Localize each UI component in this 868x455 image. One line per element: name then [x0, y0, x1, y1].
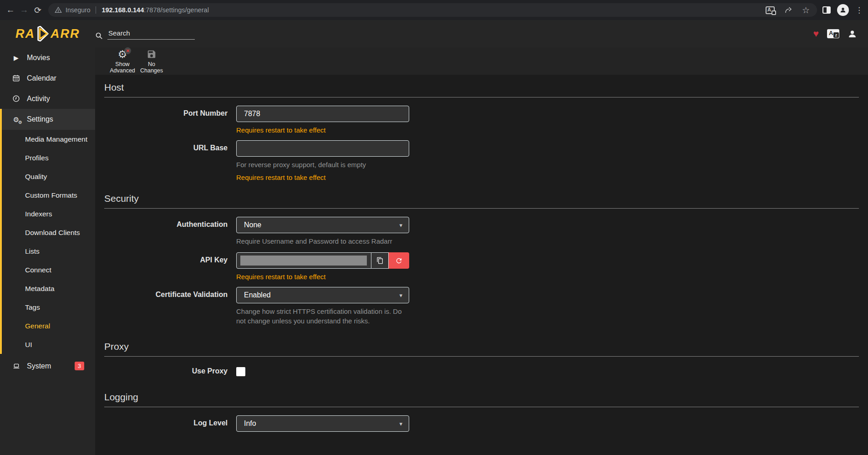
certificate-validation-help: Change how strict HTTPS certification va…: [236, 307, 409, 326]
translate-page-icon[interactable]: AZ: [827, 29, 839, 38]
save-changes-button[interactable]: No Changes: [137, 47, 166, 75]
section-title-host: Host: [104, 82, 859, 97]
chevron-down-icon: ▾: [399, 420, 402, 427]
page-toolbar: ⚙ ✕ Show Advanced No Changes: [95, 47, 868, 75]
api-key-input[interactable]: [236, 252, 371, 269]
port-number-label: Port Number: [104, 106, 228, 134]
url-base-help: For reverse proxy support, default is em…: [236, 160, 409, 169]
use-proxy-checkbox[interactable]: [236, 367, 245, 376]
clock-icon: [12, 95, 20, 102]
donate-heart-icon[interactable]: ♥: [813, 28, 819, 39]
gears-icon: ⚙ ⚙: [12, 116, 20, 123]
use-proxy-label: Use Proxy: [104, 365, 228, 376]
browser-reload-button[interactable]: ⟳: [31, 3, 45, 17]
url-base-input[interactable]: [236, 140, 409, 157]
radarr-play-icon: [36, 26, 50, 41]
search-icon: [95, 32, 103, 40]
sidebar-item-custom-formats[interactable]: Custom Formats: [2, 186, 95, 204]
log-level-label: Log Level: [104, 415, 228, 432]
sidebar-item-system[interactable]: System 3: [0, 356, 95, 376]
browser-menu-icon[interactable]: ⋮: [855, 5, 863, 15]
url-path: :7878/settings/general: [144, 6, 209, 14]
sidebar: ▶ Movies Calendar Activity ⚙ ⚙ Settings: [0, 47, 95, 455]
sidebar-item-download-clients[interactable]: Download Clients: [2, 223, 95, 242]
authentication-row: Authentication None ▾ Require Username a…: [104, 217, 859, 246]
log-level-row: Log Level Info ▾: [104, 415, 859, 432]
browser-profile-avatar[interactable]: [837, 4, 849, 16]
certificate-validation-row: Certificate Validation Enabled ▾ Change …: [104, 287, 859, 326]
port-restart-warning: Requires restart to take effect: [236, 126, 409, 134]
settings-general-page: ⚙ ✕ Show Advanced No Changes Host Port N…: [95, 47, 868, 455]
sidebar-item-settings[interactable]: ⚙ ⚙ Settings: [2, 109, 95, 130]
clipboard-copy-icon: [376, 257, 384, 264]
system-health-badge: 3: [75, 362, 84, 370]
use-proxy-row: Use Proxy: [104, 365, 859, 376]
profile-person-icon: [839, 6, 847, 14]
address-bar[interactable]: Inseguro 192.168.0.144 :7878/settings/ge…: [48, 3, 817, 17]
chevron-down-icon: ▾: [399, 222, 402, 229]
search-input[interactable]: [107, 28, 195, 40]
user-icon[interactable]: [848, 29, 857, 39]
sidebar-item-media-management[interactable]: Media Management: [2, 130, 95, 148]
copy-api-key-button[interactable]: [371, 252, 389, 269]
sidebar-item-quality[interactable]: Quality: [2, 167, 95, 186]
sidebar-item-ui[interactable]: UI: [2, 335, 95, 354]
certificate-validation-select[interactable]: Enabled ▾: [236, 287, 409, 303]
sidebar-item-calendar[interactable]: Calendar: [0, 68, 95, 88]
search-box: [95, 28, 195, 40]
browser-forward-button[interactable]: →: [17, 3, 31, 17]
log-level-select[interactable]: Info ▾: [236, 415, 409, 432]
not-secure-warning-icon: [55, 6, 62, 14]
radarr-logo[interactable]: RA ARR: [15, 26, 80, 41]
sidebar-item-indexers[interactable]: Indexers: [2, 204, 95, 223]
advanced-off-cross-icon: ✕: [124, 47, 131, 54]
sidebar-item-tags[interactable]: Tags: [2, 298, 95, 317]
calendar-icon: [12, 74, 20, 82]
browser-back-button[interactable]: ←: [4, 3, 17, 17]
sidebar-item-profiles[interactable]: Profiles: [2, 148, 95, 167]
sidebar-item-movies[interactable]: ▶ Movies: [0, 47, 95, 68]
section-title-proxy: Proxy: [104, 341, 859, 357]
port-number-input[interactable]: [236, 106, 409, 122]
translate-icon[interactable]: A: [766, 6, 775, 14]
show-advanced-button[interactable]: ⚙ ✕ Show Advanced: [108, 47, 137, 75]
omnibox-divider: [96, 6, 96, 14]
browser-chrome: ← → ⟳ Inseguro 192.168.0.144 :7878/setti…: [0, 0, 868, 20]
section-title-security: Security: [104, 193, 859, 209]
sidebar-item-general[interactable]: General: [2, 317, 95, 335]
security-status-label: Inseguro: [66, 6, 90, 14]
port-number-row: Port Number Requires restart to take eff…: [104, 106, 859, 134]
api-key-restart-warning: Requires restart to take effect: [236, 273, 409, 281]
api-key-label: API Key: [104, 252, 228, 281]
chevron-down-icon: ▾: [399, 292, 402, 299]
url-base-row: URL Base For reverse proxy support, defa…: [104, 140, 859, 181]
section-title-logging: Logging: [104, 392, 859, 407]
sidebar-item-activity[interactable]: Activity: [0, 88, 95, 109]
authentication-help: Require Username and Password to access …: [236, 236, 409, 246]
settings-scroll-area[interactable]: Host Port Number Requires restart to tak…: [95, 75, 868, 455]
sidebar-settings-group: ⚙ ⚙ Settings Media Management Profiles Q…: [0, 109, 95, 354]
api-key-row: API Key Requires restart to take eff: [104, 252, 859, 281]
authentication-select[interactable]: None ▾: [236, 217, 409, 233]
sidebar-item-lists[interactable]: Lists: [2, 242, 95, 261]
radarr-header: RA ARR ♥ AZ: [0, 20, 868, 47]
side-panel-icon[interactable]: [822, 6, 831, 14]
save-floppy-icon: [147, 49, 157, 59]
url-base-restart-warning: Requires restart to take effect: [236, 174, 409, 181]
authentication-label: Authentication: [104, 217, 228, 246]
bookmark-star-icon[interactable]: ☆: [802, 5, 810, 15]
refresh-icon: [395, 257, 403, 265]
api-key-redacted-value: [240, 256, 367, 266]
url-host: 192.168.0.144: [102, 6, 144, 14]
sidebar-item-metadata[interactable]: Metadata: [2, 279, 95, 298]
sidebar-item-connect[interactable]: Connect: [2, 261, 95, 279]
regenerate-api-key-button[interactable]: [389, 252, 409, 269]
share-icon[interactable]: [784, 6, 793, 14]
url-base-label: URL Base: [104, 140, 228, 181]
play-icon: ▶: [12, 54, 20, 61]
laptop-icon: [12, 363, 20, 370]
certificate-validation-label: Certificate Validation: [104, 287, 228, 326]
